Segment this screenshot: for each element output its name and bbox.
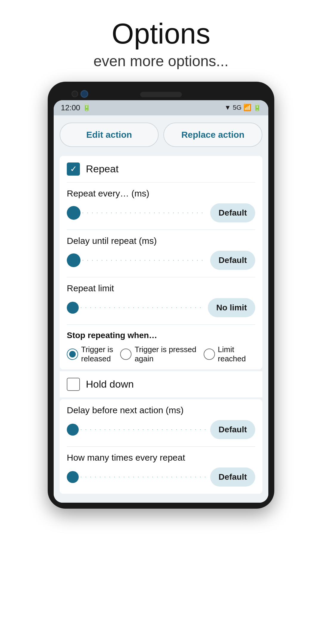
repeat-every-value[interactable]: Default: [210, 203, 255, 222]
how-many-times-section: How many times every repeat Default: [60, 447, 262, 494]
delay-until-repeat-slider-row: Default: [67, 251, 255, 270]
page-title: Options: [93, 18, 228, 49]
status-bar: 12:00 🔋 ▼ 5G 📶 🔋: [54, 100, 268, 115]
repeat-limit-dots: [79, 307, 203, 308]
wifi-icon: ▼: [225, 104, 231, 112]
how-many-times-track[interactable]: [67, 471, 205, 483]
delay-before-next-thumb[interactable]: [67, 424, 79, 436]
radio-trigger-pressed[interactable]: Trigger is pressedagain: [120, 345, 196, 363]
stop-repeating-label: Stop repeating when…: [67, 331, 255, 340]
page-subtitle: even more options...: [93, 52, 228, 70]
delay-before-next-track[interactable]: [67, 424, 205, 436]
delay-until-repeat-track[interactable]: [67, 253, 205, 267]
repeat-every-label: Repeat every… (ms): [67, 188, 255, 199]
radio-trigger-pressed-outer: [120, 349, 131, 360]
delay-before-next-dots: [79, 429, 205, 430]
repeat-every-thumb[interactable]: [67, 206, 80, 220]
phone-top-bar: [54, 88, 268, 100]
repeat-limit-value[interactable]: No limit: [208, 298, 255, 317]
delay-until-repeat-section: Delay until repeat (ms) Default: [60, 230, 262, 277]
phone-screen: 12:00 🔋 ▼ 5G 📶 🔋 Edit action Replace act…: [54, 100, 268, 503]
repeat-limit-thumb[interactable]: [67, 302, 79, 314]
repeat-limit-label: Repeat limit: [67, 283, 255, 293]
repeat-limit-slider-row: No limit: [67, 298, 255, 317]
app-content: Edit action Replace action ✓ Repeat Repe…: [54, 115, 268, 503]
checkmark-icon: ✓: [70, 165, 77, 173]
repeat-label: Repeat: [86, 163, 119, 175]
replace-action-button[interactable]: Replace action: [163, 123, 262, 147]
how-many-times-value[interactable]: Default: [210, 467, 255, 487]
how-many-times-thumb[interactable]: [67, 471, 79, 483]
phone-camera-right: [80, 90, 88, 98]
repeat-limit-track[interactable]: [67, 302, 203, 314]
phone-camera-left: [72, 91, 78, 97]
hold-down-row[interactable]: Hold down: [67, 378, 255, 391]
repeat-checkbox[interactable]: ✓: [67, 162, 80, 176]
hold-down-label: Hold down: [86, 378, 134, 390]
stop-repeating-section: Stop repeating when… Trigger isreleased …: [60, 325, 262, 369]
battery-icon: 🔋: [253, 104, 261, 112]
delay-before-next-value[interactable]: Default: [210, 420, 255, 439]
delay-before-next-label: Delay before next action (ms): [67, 405, 255, 415]
page-header: Options even more options...: [93, 0, 228, 82]
radio-trigger-released-inner: [69, 351, 76, 357]
repeat-every-dots: [80, 212, 205, 213]
repeat-every-track[interactable]: [67, 206, 205, 220]
repeat-every-slider-row: Default: [67, 203, 255, 222]
delay-before-next-section: Delay before next action (ms) Default Ho…: [60, 399, 262, 494]
phone-speaker: [140, 92, 182, 97]
radio-trigger-released[interactable]: Trigger isreleased: [67, 345, 113, 363]
signal-icon: 📶: [243, 104, 251, 112]
delay-until-repeat-thumb[interactable]: [67, 253, 80, 267]
delay-until-repeat-value[interactable]: Default: [210, 251, 255, 270]
phone-frame: 12:00 🔋 ▼ 5G 📶 🔋 Edit action Replace act…: [48, 82, 274, 509]
radio-group: Trigger isreleased Trigger is pressedaga…: [67, 345, 255, 363]
delay-before-next-inner: Delay before next action (ms) Default: [60, 399, 262, 446]
hold-down-checkbox[interactable]: [67, 378, 80, 391]
repeat-checkbox-row[interactable]: ✓ Repeat: [60, 156, 262, 182]
repeat-limit-section: Repeat limit No limit: [60, 277, 262, 324]
delay-before-next-slider-row: Default: [67, 420, 255, 439]
how-many-times-label: How many times every repeat: [67, 453, 255, 463]
radio-limit-reached-outer: [204, 349, 215, 360]
radio-trigger-pressed-label: Trigger is pressedagain: [134, 345, 196, 363]
action-buttons: Edit action Replace action: [60, 123, 262, 147]
edit-action-button[interactable]: Edit action: [60, 123, 159, 147]
status-battery-icon: 🔋: [83, 104, 91, 112]
network-label: 5G: [233, 104, 242, 112]
radio-trigger-released-label: Trigger isreleased: [81, 345, 113, 363]
how-many-times-dots: [79, 476, 205, 478]
delay-until-repeat-label: Delay until repeat (ms): [67, 236, 255, 246]
status-right: ▼ 5G 📶 🔋: [225, 104, 261, 112]
hold-down-section: Hold down: [60, 371, 262, 397]
radio-limit-reached-label: Limitreached: [218, 345, 246, 363]
status-left: 12:00 🔋: [61, 103, 91, 112]
delay-until-repeat-dots: [80, 260, 205, 261]
status-time: 12:00: [61, 103, 80, 112]
radio-limit-reached[interactable]: Limitreached: [204, 345, 246, 363]
repeat-every-section: Repeat every… (ms) Default: [60, 182, 262, 230]
repeat-section: ✓ Repeat Repeat every… (ms) Default: [60, 156, 262, 369]
how-many-times-slider-row: Default: [67, 467, 255, 487]
radio-trigger-released-outer: [67, 349, 78, 360]
